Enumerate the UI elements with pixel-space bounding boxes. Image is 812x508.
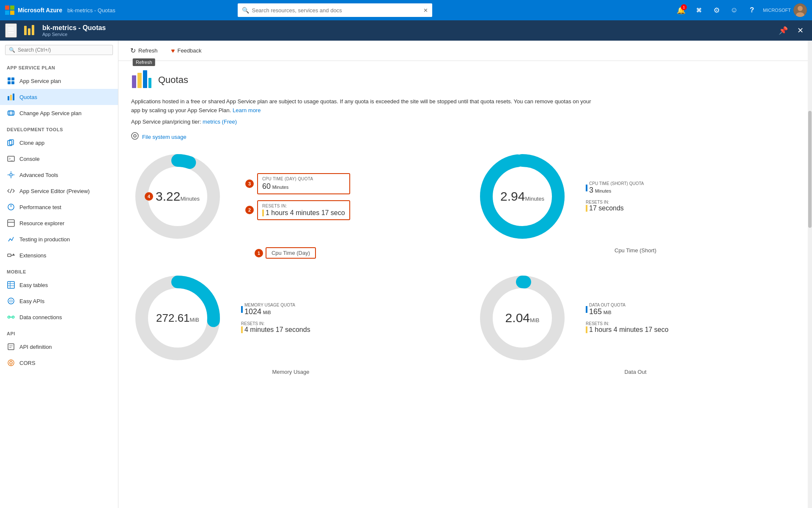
memory-resets: RESETS IN: 4 minutes 17 seconds [241, 321, 310, 334]
resets-row: 4 minutes 17 seconds [241, 326, 310, 334]
sidebar-section-dev-tools: DEVELOPMENT TOOLS [0, 121, 118, 135]
short-quota-value: 3 [589, 186, 593, 194]
search-clear-icon[interactable]: ✕ [423, 7, 428, 14]
feedback-button[interactable]: ♥ Feedback [168, 45, 205, 56]
chart-cpu-time-day: 4 3.22Minutes 3 CPU TIME (DAY) QUOTA [131, 150, 450, 259]
cpu-short-legend: CPU TIME (SHORT) QUOTA 3 Minutes RESETS … [586, 181, 644, 212]
sidebar-item-app-service-plan[interactable]: App Service plan [0, 73, 118, 89]
cpu-day-value: 3.22 [156, 189, 180, 203]
app-title: bk-metrics - Quotas App Service [42, 24, 106, 37]
file-icon [131, 132, 139, 141]
refresh-label: Refresh [138, 47, 158, 54]
sidebar-section-app-service-plan: APP SERVICE PLAN [0, 59, 118, 73]
notification-badge: 1 [681, 4, 687, 10]
chart-row: 2.04MiB DATA OUT QUOTA 165 MiB [476, 271, 795, 364]
svg-rect-34 [8, 282, 14, 288]
cpu-resets-box: RESETS IN: 1 hours 4 minutes 17 seco [257, 200, 350, 220]
sidebar-item-resource-explorer[interactable]: Resource explorer [0, 215, 118, 231]
cpu-day-resets-value: 1 hours 4 minutes 17 seco [266, 209, 345, 217]
cpu-short-quota: CPU TIME (SHORT) QUOTA 3 Minutes [586, 181, 644, 195]
plan-link[interactable]: metrics (Free) [203, 119, 237, 125]
avatar [793, 3, 807, 17]
sidebar-item-easy-apis[interactable]: Easy APIs [0, 293, 118, 309]
svg-rect-15 [10, 95, 12, 100]
quota-row: CPU TIME (SHORT) QUOTA 3 Minutes [586, 181, 644, 195]
scrollbar[interactable] [808, 41, 812, 508]
cloud-shell-button[interactable]: ⌘ [692, 3, 705, 17]
cpu-short-resets: RESETS IN: 17 seconds [586, 200, 644, 212]
topbar-brand: Microsoft Azure [18, 7, 62, 14]
extensions-icon [7, 251, 15, 260]
sidebar-item-quotas[interactable]: Quotas [0, 89, 118, 105]
memory-name: Memory Usage [272, 369, 309, 375]
settings-button[interactable]: ⚙ [710, 3, 723, 17]
resets-row: 1 hours 4 minutes 17 seco [586, 326, 669, 334]
blue-bar [586, 185, 587, 191]
sidebar-item-extensions[interactable]: Extensions [0, 247, 118, 263]
help-button[interactable]: ? [745, 3, 759, 17]
sidebar-item-api-definition[interactable]: API definition [0, 339, 118, 355]
easy-tables-icon [7, 281, 15, 289]
short-quota-label: CPU TIME (SHORT) QUOTA [589, 181, 644, 186]
sidebar-item-testing-in-production[interactable]: Testing in production [0, 231, 118, 247]
memory-legend: MEMORY USAGE QUOTA 1024 MiB RESETS IN: 4… [241, 303, 310, 334]
app-title-name: bk-metrics - Quotas [42, 24, 106, 32]
close-button[interactable]: ✕ [794, 24, 807, 37]
feedback-button[interactable]: ☺ [727, 3, 741, 17]
memory-resets-value: 4 minutes 17 seconds [244, 326, 310, 334]
sidebar-item-app-service-editor[interactable]: App Service Editor (Preview) [0, 183, 118, 199]
page-content: Quotas Applications hosted in a free or … [118, 61, 808, 384]
chart-row: 2.94Minutes CPU TIME (SHORT) QUOTA 3 Min… [476, 150, 795, 243]
donut-cpu-time-short: 2.94Minutes [476, 150, 569, 243]
advanced-tools-icon [7, 171, 15, 179]
azure-logo-icon [5, 6, 14, 15]
pin-button[interactable]: 📌 [775, 24, 791, 37]
chart-row: 4 3.22Minutes 3 CPU TIME (DAY) QUOTA [131, 150, 450, 243]
topbar-breadcrumb: bk-metrics - Quotas [67, 7, 115, 14]
app-service-icon [23, 24, 36, 37]
data-out-resets-label: RESETS IN: [586, 321, 669, 326]
short-resets-value: 17 seconds [589, 204, 624, 212]
sidebar-item-clone-app[interactable]: Clone app [0, 135, 118, 151]
sidebar-item-label: Performance test [19, 204, 61, 210]
user-menu[interactable]: MICROSOFT [763, 3, 807, 17]
cpu-short-name: Cpu Time (Short) [614, 247, 656, 254]
sidebar-item-label: Change App Service plan [19, 110, 82, 116]
sidebar-item-change-app-service-plan[interactable]: Change App Service plan [0, 105, 118, 121]
sidebar-search-input[interactable] [18, 47, 109, 53]
blue-bar [241, 306, 243, 313]
quota-label: CPU TIME (DAY) QUOTA [262, 177, 345, 181]
memory-quota-label: MEMORY USAGE QUOTA [244, 303, 295, 307]
sidebar-item-cors[interactable]: CORS [0, 355, 118, 371]
data-connections-icon [7, 313, 15, 321]
svg-point-40 [12, 316, 14, 318]
memory-unit: MiB [190, 317, 199, 323]
svg-point-53 [132, 133, 138, 139]
svg-rect-12 [8, 81, 11, 84]
sidebar-item-label: App Service plan [19, 78, 61, 84]
svg-point-46 [10, 362, 12, 364]
svg-rect-10 [8, 77, 11, 80]
memory-value: 272.61 [156, 312, 190, 324]
sidebar-item-label: Extensions [19, 252, 47, 259]
sidebar-item-advanced-tools[interactable]: Advanced Tools [0, 167, 118, 183]
svg-rect-2 [5, 11, 9, 15]
search-input[interactable] [252, 7, 421, 14]
sidebar-search-icon: 🔍 [9, 47, 15, 53]
notifications-button[interactable]: 🔔 1 [674, 3, 688, 17]
sidebar-item-performance-test[interactable]: Performance test [0, 199, 118, 215]
svg-rect-31 [8, 220, 14, 226]
learn-more-link[interactable]: Learn more [233, 107, 261, 113]
svg-rect-33 [8, 254, 11, 257]
user-label: MICROSOFT [763, 8, 791, 13]
donut-cpu-time-day: 4 3.22Minutes [131, 150, 224, 243]
sidebar-item-easy-tables[interactable]: Easy tables [0, 277, 118, 293]
sidebar-item-data-connections[interactable]: Data connections [0, 309, 118, 325]
resets-row: 17 seconds [586, 204, 644, 212]
testing-icon [7, 235, 15, 243]
refresh-button[interactable]: ↻ Refresh Refresh [127, 45, 161, 56]
file-system-link[interactable]: File system usage [131, 132, 795, 141]
plan-info: App Service plan/pricing tier: metrics (… [131, 118, 596, 127]
sidebar-item-console[interactable]: >_ Console [0, 151, 118, 167]
hamburger-button[interactable]: ☰ [5, 23, 17, 38]
